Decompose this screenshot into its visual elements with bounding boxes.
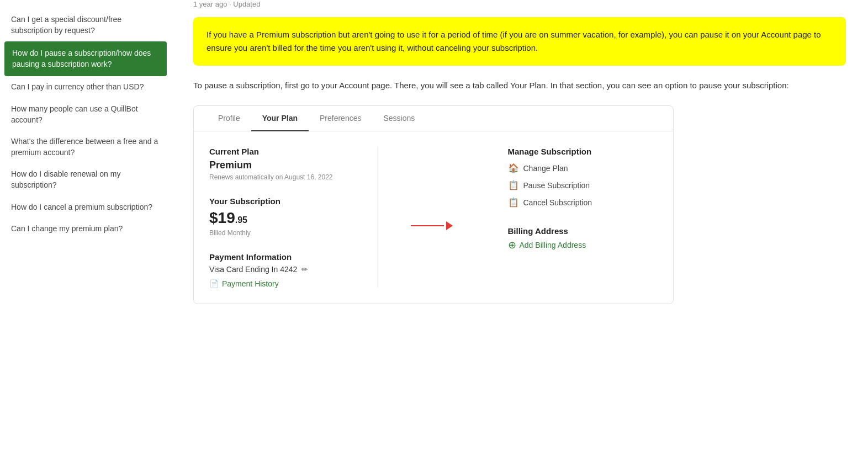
sidebar-item-disable[interactable]: How do I disable renewal on my subscript… <box>0 163 171 196</box>
card-body: Current Plan Premium Renews automaticall… <box>194 131 673 304</box>
red-arrow-indicator <box>411 221 453 230</box>
manage-title: Manage Subscription <box>508 147 658 156</box>
price-container: $19 .95 <box>209 209 359 227</box>
manage-item-pause-subscription[interactable]: 📋Pause Subscription <box>508 177 658 194</box>
price-dollar: $19 <box>209 209 235 227</box>
timestamp: 1 year ago · Updated <box>193 0 846 8</box>
add-billing-icon: ⊕ <box>508 239 516 251</box>
change-plan-icon: 🏠 <box>508 163 519 173</box>
instruction-text: To pause a subscription, first go to you… <box>193 79 846 92</box>
card-label: Visa Card Ending In 4242 <box>209 265 297 274</box>
sidebar-item-change[interactable]: Can I change my premium plan? <box>0 218 171 240</box>
current-plan-title: Current Plan <box>209 147 359 156</box>
cancel-subscription-icon: 📋 <box>508 197 519 208</box>
sidebar-item-pause[interactable]: How do I pause a subscription/how does p… <box>4 41 167 76</box>
tab-sessions[interactable]: Sessions <box>372 106 426 131</box>
subscription-title: Your Subscription <box>209 196 359 206</box>
arrow-area <box>411 147 453 288</box>
sidebar-item-people[interactable]: How many people can use a QuillBot accou… <box>0 98 171 131</box>
sidebar: Can I get a special discount/free subscr… <box>0 0 171 457</box>
main-content: 1 year ago · Updated If you have a Premi… <box>171 0 868 457</box>
highlight-text: If you have a Premium subscription but a… <box>207 30 821 52</box>
plan-name: Premium <box>209 160 359 171</box>
payment-title: Payment Information <box>209 252 359 262</box>
sidebar-item-difference[interactable]: What's the difference between a free and… <box>0 131 171 163</box>
sidebar-item-cancel[interactable]: How do I cancel a premium subscription? <box>0 196 171 219</box>
pause-subscription-label: Pause Subscription <box>523 181 590 190</box>
tabs-bar: ProfileYour PlanPreferencesSessions <box>194 106 673 131</box>
add-billing-label: Add Billing Address <box>520 241 586 249</box>
change-plan-label: Change Plan <box>523 164 568 173</box>
current-plan-section: Current Plan Premium Renews automaticall… <box>209 147 359 181</box>
cancel-subscription-label: Cancel Subscription <box>523 198 592 207</box>
renews-text: Renews automatically on August 16, 2022 <box>209 173 359 181</box>
sidebar-item-currency[interactable]: Can I pay in currency other than USD? <box>0 76 171 98</box>
payment-section: Payment Information Visa Card Ending In … <box>209 252 359 288</box>
manage-item-change-plan[interactable]: 🏠Change Plan <box>508 160 658 177</box>
highlight-box: If you have a Premium subscription but a… <box>193 17 846 66</box>
manage-item-cancel-subscription[interactable]: 📋Cancel Subscription <box>508 194 658 211</box>
price-cents: .95 <box>235 215 247 225</box>
sidebar-item-discount[interactable]: Can I get a special discount/free subscr… <box>0 9 171 41</box>
subscription-section: Your Subscription $19 .95 Billed Monthly <box>209 196 359 237</box>
billed-text: Billed Monthly <box>209 229 359 237</box>
billing-title: Billing Address <box>508 226 658 236</box>
edit-card-icon[interactable]: ✏ <box>301 265 308 274</box>
tab-preferences[interactable]: Preferences <box>309 106 372 131</box>
card-left-column: Current Plan Premium Renews automaticall… <box>209 147 378 288</box>
payment-history-icon: 📄 <box>209 279 219 288</box>
tab-profile[interactable]: Profile <box>207 106 251 131</box>
payment-history-link[interactable]: 📄 Payment History <box>209 279 359 288</box>
arrow-line <box>411 225 444 226</box>
tab-your-plan[interactable]: Your Plan <box>251 106 309 131</box>
pause-subscription-icon: 📋 <box>508 180 519 190</box>
payment-history-label: Payment History <box>222 279 279 288</box>
arrow-head <box>446 221 453 230</box>
payment-row: Visa Card Ending In 4242 ✏ <box>209 265 359 274</box>
add-billing-link[interactable]: ⊕ Add Billing Address <box>508 239 658 251</box>
manage-section: Manage Subscription 🏠Change Plan📋Pause S… <box>508 147 658 211</box>
billing-section: Billing Address ⊕ Add Billing Address <box>508 226 658 251</box>
account-card: ProfileYour PlanPreferencesSessions Curr… <box>193 105 674 304</box>
card-right-column: Manage Subscription 🏠Change Plan📋Pause S… <box>486 147 658 288</box>
